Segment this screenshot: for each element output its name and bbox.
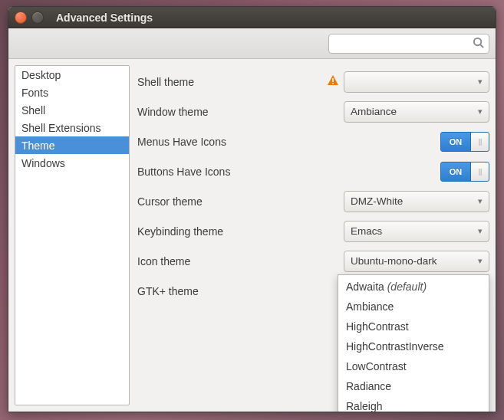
- row-label: Shell theme: [137, 76, 327, 88]
- warning-icon: [327, 74, 339, 89]
- chevron-down-icon: ▾: [478, 256, 483, 266]
- svg-line-1: [480, 44, 483, 48]
- row-label: GTK+ theme: [137, 285, 344, 297]
- search-box[interactable]: [328, 34, 489, 54]
- toolbar: [8, 28, 496, 59]
- combo-value: Emacs: [351, 225, 382, 237]
- window-theme-combo[interactable]: Ambiance ▾: [344, 101, 489, 123]
- keybinding-theme-combo[interactable]: Emacs ▾: [344, 221, 489, 242]
- sidebar-item-label: Shell: [21, 104, 45, 116]
- row-label: Icon theme: [137, 255, 344, 267]
- switch-on-label: ON: [441, 162, 470, 181]
- sidebar: Desktop Fonts Shell Shell Extensions The…: [15, 65, 130, 405]
- chevron-down-icon: ▾: [478, 226, 483, 236]
- gtk-theme-dropdown: Adwaita (default) Ambiance HighContrast …: [338, 274, 489, 412]
- svg-point-0: [474, 38, 481, 44]
- menus-icons-switch[interactable]: ON |||: [440, 132, 489, 152]
- close-button[interactable]: [15, 11, 27, 24]
- chevron-down-icon: ▾: [478, 196, 483, 206]
- body: Desktop Fonts Shell Shell Extensions The…: [8, 59, 496, 412]
- icon-theme-combo[interactable]: Ubuntu-mono-dark ▾: [344, 251, 489, 272]
- dropdown-item-label: Radiance: [346, 380, 391, 392]
- row-window-theme: Window theme Ambiance ▾: [137, 97, 489, 126]
- dropdown-item-ambiance[interactable]: Ambiance: [338, 297, 489, 317]
- switch-knob: |||: [470, 133, 489, 151]
- search-icon: [473, 37, 484, 51]
- row-label: Cursor theme: [137, 195, 344, 208]
- search-input[interactable]: [334, 38, 473, 49]
- row-icon-theme: Icon theme Ubuntu-mono-dark ▾: [137, 246, 489, 276]
- row-label: Keybinding theme: [137, 225, 344, 238]
- dropdown-item-radiance[interactable]: Radiance: [338, 376, 489, 396]
- dropdown-item-lowcontrast[interactable]: LowContrast: [338, 356, 489, 376]
- row-buttons-icons: Buttons Have Icons ON |||: [137, 156, 489, 186]
- sidebar-item-theme[interactable]: Theme: [15, 136, 129, 154]
- sidebar-item-label: Theme: [21, 139, 55, 152]
- advanced-settings-window: Advanced Settings Desktop Fonts Shell Sh…: [8, 6, 496, 412]
- dropdown-item-highcontrastinverse[interactable]: HighContrastInverse: [338, 336, 489, 356]
- combo-value: Ubuntu-mono-dark: [351, 255, 437, 267]
- sidebar-item-label: Fonts: [21, 87, 48, 99]
- sidebar-item-label: Shell Extensions: [21, 122, 101, 134]
- combo-value: Ambiance: [351, 106, 397, 117]
- switch-on-label: ON: [441, 133, 470, 151]
- chevron-down-icon: ▾: [478, 77, 483, 87]
- row-cursor-theme: Cursor theme DMZ-White ▾: [137, 186, 489, 216]
- dropdown-item-label: LowContrast: [346, 360, 407, 372]
- dropdown-item-label: HighContrastInverse: [346, 340, 444, 353]
- shell-theme-combo[interactable]: ▾: [344, 71, 489, 93]
- switch-knob: |||: [470, 162, 489, 181]
- sidebar-item-shell-extensions[interactable]: Shell Extensions: [15, 119, 129, 136]
- sidebar-item-shell[interactable]: Shell: [15, 101, 129, 119]
- window-title: Advanced Settings: [56, 11, 153, 24]
- row-label: Menus Have Icons: [137, 136, 440, 148]
- dropdown-item-highcontrast[interactable]: HighContrast: [338, 317, 489, 336]
- minimize-button[interactable]: [31, 11, 44, 24]
- combo-value: DMZ-White: [351, 195, 403, 207]
- row-label: Buttons Have Icons: [137, 166, 440, 178]
- dropdown-item-label: Ambiance: [346, 300, 394, 313]
- sidebar-item-desktop[interactable]: Desktop: [15, 66, 129, 84]
- dropdown-item-label: Adwaita: [346, 281, 384, 293]
- titlebar: Advanced Settings: [8, 7, 496, 28]
- dropdown-item-adwaita[interactable]: Adwaita (default): [338, 277, 489, 297]
- row-shell-theme: Shell theme ▾: [137, 67, 489, 97]
- sidebar-item-fonts[interactable]: Fonts: [15, 84, 129, 101]
- svg-rect-2: [332, 78, 334, 82]
- svg-rect-3: [332, 83, 334, 84]
- sidebar-item-label: Windows: [21, 157, 65, 169]
- sidebar-item-label: Desktop: [21, 69, 61, 81]
- row-label: Window theme: [137, 106, 344, 118]
- row-menus-icons: Menus Have Icons ON |||: [137, 126, 489, 156]
- sidebar-item-windows[interactable]: Windows: [15, 154, 129, 172]
- dropdown-item-raleigh[interactable]: Raleigh: [338, 396, 489, 412]
- dropdown-item-label: HighContrast: [346, 320, 409, 333]
- dropdown-item-suffix: (default): [387, 281, 427, 293]
- cursor-theme-combo[interactable]: DMZ-White ▾: [344, 191, 489, 212]
- row-keybinding-theme: Keybinding theme Emacs ▾: [137, 216, 489, 246]
- chevron-down-icon: ▾: [478, 107, 483, 116]
- dropdown-item-label: Raleigh: [346, 400, 382, 412]
- buttons-icons-switch[interactable]: ON |||: [440, 162, 489, 182]
